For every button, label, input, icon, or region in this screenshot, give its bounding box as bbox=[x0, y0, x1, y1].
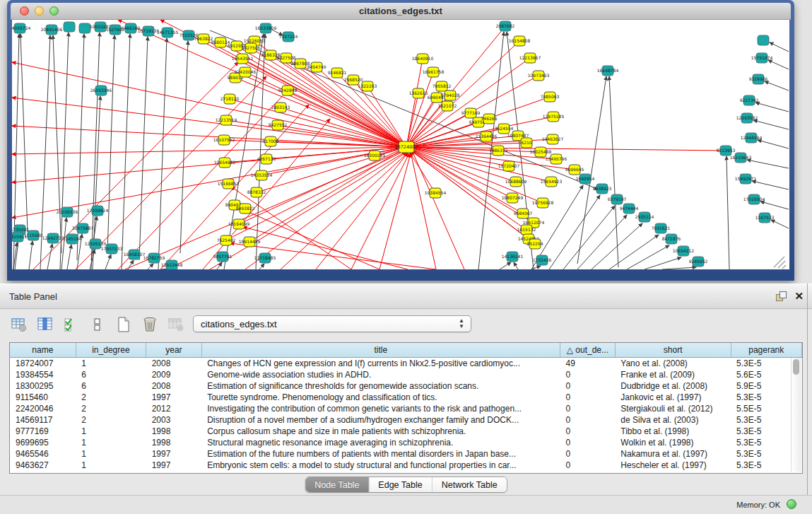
table-row[interactable]: 911546021997Tourette syndrome. Phenomeno… bbox=[10, 392, 802, 403]
table-cell: Stergiakouli et al. (2012) bbox=[615, 403, 731, 414]
column-header-year[interactable]: year bbox=[146, 343, 201, 358]
citation-edge-black bbox=[122, 34, 130, 269]
delete-attributes-icon[interactable] bbox=[141, 315, 159, 334]
tab-edge-table[interactable]: Edge Table bbox=[369, 477, 432, 492]
table-settings-icon[interactable] bbox=[10, 315, 28, 334]
graph-node[interactable] bbox=[64, 22, 75, 32]
window-titlebar[interactable]: citations_edges.txt bbox=[11, 3, 791, 20]
column-header-title[interactable]: title bbox=[201, 343, 560, 358]
table-row[interactable]: 969969511998Structural magnetic resonanc… bbox=[10, 437, 802, 448]
graph-node[interactable] bbox=[79, 23, 90, 33]
delete-table-icon[interactable] bbox=[167, 315, 185, 334]
table-row[interactable]: 946362711997Embryonic stem cells: a mode… bbox=[10, 460, 802, 471]
citation-edge-black bbox=[726, 156, 729, 269]
graph-node-label: 7932621 bbox=[652, 226, 671, 230]
graph-node-label: 9242848 bbox=[278, 88, 298, 93]
graph-node-label: 252254 bbox=[527, 241, 543, 246]
table-cell: 1997 bbox=[146, 392, 201, 403]
canvas-resize-grip[interactable] bbox=[774, 257, 786, 269]
column-header-name[interactable]: name bbox=[10, 343, 76, 358]
citation-edge-black bbox=[752, 181, 789, 189]
graph-node-label: 1615132 bbox=[517, 227, 536, 232]
graph-node-label: 19756928 bbox=[532, 200, 554, 205]
table-cell: 2 bbox=[76, 414, 146, 426]
graph-node-label: 15992971 bbox=[735, 176, 757, 181]
float-panel-icon[interactable] bbox=[776, 291, 787, 302]
table-cell: Estimation of the future numbers of pati… bbox=[201, 448, 560, 460]
network-window[interactable]: citations_edges.txt 18724007796382286601… bbox=[7, 0, 794, 281]
citation-edge-red bbox=[261, 147, 406, 175]
scrollbar-thumb[interactable] bbox=[793, 359, 799, 375]
citation-edge-red bbox=[251, 48, 406, 147]
table-row[interactable]: 946554611997Estimation of the future num… bbox=[10, 448, 802, 460]
show-columns-icon[interactable] bbox=[36, 315, 54, 334]
graph-node-label: 19463627 bbox=[542, 136, 564, 141]
close-panel-icon[interactable]: ✕ bbox=[794, 290, 804, 303]
column-header-short[interactable]: short bbox=[615, 343, 731, 358]
table-row[interactable]: 1456911722003Disruption of a novel membe… bbox=[10, 414, 802, 426]
table-cell: 1 bbox=[76, 460, 146, 471]
memory-status-label: Memory: OK bbox=[736, 501, 780, 509]
graph-node-label: 12444194 bbox=[741, 135, 763, 140]
citation-edge-red bbox=[379, 153, 411, 269]
table-selector-dropdown[interactable]: citations_edges.txt ▲▼ bbox=[193, 315, 471, 332]
graph-node-label: 20891406 bbox=[41, 27, 63, 32]
graph-node-label: 10025488 bbox=[530, 149, 552, 154]
column-header-pagerank[interactable]: pagerank bbox=[731, 343, 802, 358]
table-cell: 2003 bbox=[146, 414, 201, 426]
table-vertical-scrollbar[interactable] bbox=[791, 358, 801, 472]
new-table-icon[interactable] bbox=[114, 315, 133, 334]
citation-edge-black bbox=[47, 244, 52, 269]
citation-edge-red bbox=[406, 93, 418, 147]
table-row[interactable]: 1872400712008Changes of HCN gene express… bbox=[10, 358, 802, 370]
table-cell: 1 bbox=[76, 437, 146, 448]
citation-edge-black bbox=[662, 267, 696, 269]
graph-node-label: 1167533 bbox=[755, 215, 775, 220]
table-cell: 9463627 bbox=[10, 460, 76, 471]
graph-node-label: 15751074 bbox=[751, 55, 773, 60]
graph-node-label: 17957233 bbox=[101, 246, 123, 251]
table-row[interactable]: 977716911998Corpus callosum shape and si… bbox=[10, 426, 802, 437]
graph-node-label: 10654982 bbox=[214, 160, 236, 165]
table-cell: Structural magnetic resonance image aver… bbox=[201, 437, 560, 448]
table-row[interactable]: 1938455462009Genome-wide association stu… bbox=[10, 369, 802, 380]
memory-ok-indicator[interactable] bbox=[787, 499, 796, 509]
merge-rows-icon[interactable] bbox=[88, 315, 107, 334]
tab-network-table[interactable]: Network Table bbox=[433, 477, 507, 492]
citation-edge-black bbox=[60, 33, 69, 269]
graph-node-label: 4267130 bbox=[257, 156, 276, 161]
graph-node-label: 1735001 bbox=[12, 227, 30, 232]
citation-edge-black bbox=[765, 81, 789, 90]
table-cell: 9777169 bbox=[10, 426, 76, 437]
table-cell: Changes of HCN gene expression and I(f) … bbox=[201, 358, 560, 370]
window-title: citations_edges.txt bbox=[11, 6, 791, 16]
graph-node-label: 17359924 bbox=[87, 208, 109, 213]
table-row[interactable]: 1830029562008Estimation of significance … bbox=[10, 380, 802, 392]
graph-node-label: 9146821 bbox=[328, 70, 347, 75]
citation-edge-black bbox=[53, 35, 61, 253]
tab-node-table[interactable]: Node Table bbox=[305, 477, 369, 492]
citation-edge-black bbox=[514, 262, 518, 269]
table-cell: 2009 bbox=[146, 369, 201, 380]
graph-node-label: 9684067 bbox=[514, 211, 533, 216]
select-rows-icon[interactable] bbox=[62, 315, 81, 334]
graph-node-label: 18640910 bbox=[412, 56, 434, 61]
table-toolbar: f(x) bbox=[10, 314, 211, 335]
graph-node-label: 8471876 bbox=[662, 236, 681, 241]
citation-edge-red bbox=[242, 59, 406, 147]
graph-node-label: 16210643 bbox=[730, 155, 752, 160]
network-canvas[interactable]: 1872400779638228660124891295415226053982… bbox=[12, 20, 789, 269]
column-header-out-de-[interactable]: △ out_de... bbox=[560, 343, 615, 358]
graph-node-label: 8878332 bbox=[247, 189, 266, 194]
graph-node-label: 2087682 bbox=[496, 23, 515, 28]
column-header-in-degree[interactable]: in_degree bbox=[76, 343, 146, 358]
graph-node-label: 6794028 bbox=[441, 93, 460, 98]
citation-edge-black bbox=[20, 34, 28, 232]
graph-node[interactable] bbox=[758, 35, 769, 45]
table-row[interactable]: 2242004622012Investigating the contribut… bbox=[10, 403, 802, 414]
table-cell: Hescheler et al. (1997) bbox=[615, 460, 731, 471]
table-cell: Estimation of significance thresholds fo… bbox=[201, 380, 560, 392]
graph-node-label: 8938923 bbox=[593, 186, 612, 191]
table-panel-header: Table Panel ✕ bbox=[0, 284, 812, 309]
citation-edge-black bbox=[148, 264, 153, 269]
